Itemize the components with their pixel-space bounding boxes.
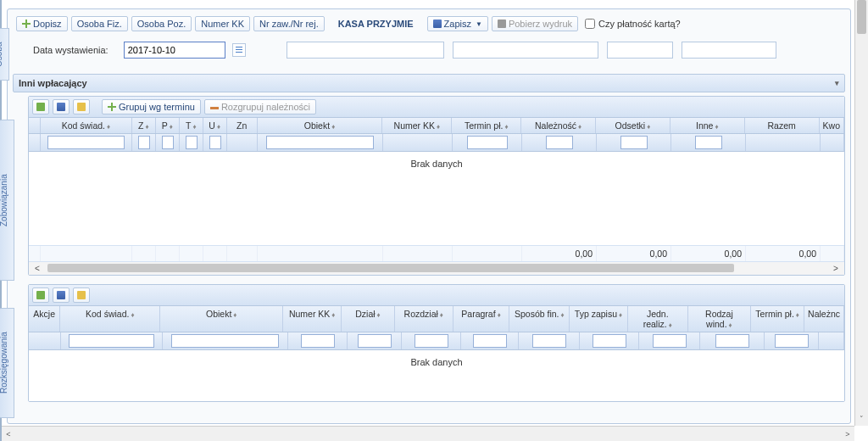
side-tab-osoba[interactable]: Osoba bbox=[0, 28, 9, 81]
filter2-rodzaj[interactable] bbox=[715, 334, 749, 348]
side-tab-zobowiazania[interactable]: Zobowiązania bbox=[0, 120, 14, 281]
col2-kod-swiad[interactable]: Kod świad.♦ bbox=[60, 306, 160, 332]
osoba-poz-button[interactable]: Osoba Poz. bbox=[131, 16, 192, 31]
filter2-dzial[interactable] bbox=[358, 334, 392, 348]
panel2-btn1[interactable] bbox=[32, 287, 49, 303]
filter-inne[interactable] bbox=[695, 136, 722, 149]
panel2-toolbar bbox=[29, 285, 844, 306]
grid1-header: Kod świad.♦ Z♦ P♦ T♦ U♦ Zn Obiekt♦ Numer… bbox=[29, 118, 844, 134]
col2-akcje[interactable]: Akcje bbox=[29, 306, 60, 332]
total-odsetki: 0,00 bbox=[597, 246, 671, 261]
print-icon bbox=[498, 20, 506, 28]
tag-icon bbox=[77, 103, 86, 111]
filter2-typ[interactable] bbox=[593, 334, 626, 348]
col-termin[interactable]: Termin pł.♦ bbox=[452, 118, 521, 133]
pobierz-label: Pobierz wydruk bbox=[509, 19, 572, 29]
filter2-paragraf[interactable] bbox=[473, 334, 507, 348]
tag-icon bbox=[77, 291, 86, 299]
col2-termin[interactable]: Termin pł.♦ bbox=[751, 306, 804, 332]
hscroll[interactable]: < > bbox=[2, 426, 854, 441]
col-u[interactable]: U♦ bbox=[203, 118, 227, 133]
field-1[interactable] bbox=[287, 42, 444, 59]
col2-numer-kk[interactable]: Numer KK♦ bbox=[283, 306, 342, 332]
filter2-kk[interactable] bbox=[301, 334, 335, 348]
filter-naleznosc[interactable] bbox=[546, 136, 573, 149]
vscroll-thumb[interactable] bbox=[857, 0, 866, 34]
calendar-icon[interactable] bbox=[232, 43, 246, 57]
rozgrupuj-button[interactable]: Rozgrupuj należności bbox=[204, 99, 316, 114]
col2-obiekt[interactable]: Obiekt♦ bbox=[160, 306, 283, 332]
nr-zaw-rej-button[interactable]: Nr zaw./Nr rej. bbox=[253, 16, 325, 31]
filter-obiekt[interactable] bbox=[266, 136, 374, 149]
filter-z[interactable] bbox=[138, 136, 150, 149]
osoba-fiz-button[interactable]: Osoba Fiz. bbox=[71, 16, 128, 31]
filter2-obiekt[interactable] bbox=[171, 334, 279, 348]
filter2-kod[interactable] bbox=[69, 334, 155, 348]
col-t[interactable]: T♦ bbox=[180, 118, 203, 133]
scroll-down-icon[interactable]: ˅ bbox=[855, 412, 868, 426]
disk-icon bbox=[57, 291, 65, 299]
zapisz-label: Zapisz bbox=[444, 19, 471, 29]
panel1-btn1[interactable] bbox=[32, 99, 49, 114]
col2-sposob-fin[interactable]: Sposób fin.♦ bbox=[509, 306, 570, 332]
col-inne[interactable]: Inne♦ bbox=[670, 118, 745, 133]
panel1-btn3[interactable] bbox=[73, 99, 90, 114]
filter2-jedn[interactable] bbox=[653, 334, 687, 348]
col-p[interactable]: P♦ bbox=[156, 118, 180, 133]
platnosc-karta-group: Czy płatność kartą? bbox=[585, 19, 681, 29]
filter-kod[interactable] bbox=[47, 136, 125, 149]
field-4[interactable] bbox=[682, 42, 776, 59]
filter2-termin[interactable] bbox=[775, 334, 809, 348]
col2-rozdzial[interactable]: Rozdział♦ bbox=[395, 306, 453, 332]
total-naleznosc: 0,00 bbox=[522, 246, 597, 261]
col2-naleznosc[interactable]: Należnc bbox=[804, 306, 844, 332]
col-naleznosc[interactable]: Należność♦ bbox=[521, 118, 596, 133]
filter-termin[interactable] bbox=[467, 136, 508, 149]
field-2[interactable] bbox=[453, 42, 598, 59]
grid1-hscroll[interactable]: < > bbox=[29, 261, 844, 275]
filter-u[interactable] bbox=[209, 136, 221, 149]
filter-t[interactable] bbox=[186, 136, 198, 149]
panel1-toolbar: Grupuj wg terminu Rozgrupuj należności bbox=[29, 97, 844, 118]
scroll-left-icon[interactable]: < bbox=[2, 427, 15, 441]
col-z[interactable]: Z♦ bbox=[132, 118, 156, 133]
side-tab-rozksiegowania[interactable]: Rozksięgowania bbox=[0, 308, 14, 418]
date-input[interactable] bbox=[124, 42, 225, 59]
col-obiekt[interactable]: Obiekt♦ bbox=[258, 118, 383, 133]
col2-dzial[interactable]: Dział♦ bbox=[342, 306, 395, 332]
col2-jedn-realiz[interactable]: Jedn. realiz.♦ bbox=[628, 306, 688, 332]
col-kod-swiad[interactable]: Kod świad.♦ bbox=[41, 118, 132, 133]
filter2-sposob[interactable] bbox=[532, 334, 566, 348]
zapisz-button[interactable]: Zapisz▼ bbox=[427, 16, 488, 31]
numer-kk-button[interactable]: Numer KK bbox=[195, 16, 250, 31]
section-header-inni[interactable]: Inni wpłacający ▾ bbox=[13, 74, 845, 92]
field-3[interactable] bbox=[607, 42, 673, 59]
col-odsetki[interactable]: Odsetki♦ bbox=[596, 118, 670, 133]
pobierz-wydruk-button[interactable]: Pobierz wydruk bbox=[492, 16, 578, 31]
col-razem[interactable]: Razem bbox=[745, 118, 820, 133]
grupuj-button[interactable]: Grupuj wg terminu bbox=[102, 99, 201, 114]
filter2-rozdzial[interactable] bbox=[415, 334, 448, 348]
scroll-left-icon[interactable]: < bbox=[31, 262, 44, 276]
panel2-btn2[interactable] bbox=[53, 287, 70, 303]
col2-paragraf[interactable]: Paragraf♦ bbox=[453, 306, 510, 332]
collapse-icon[interactable]: ▾ bbox=[835, 79, 839, 87]
filter-odsetki[interactable] bbox=[620, 136, 648, 149]
scroll-right-icon[interactable]: > bbox=[829, 262, 843, 276]
disk-icon bbox=[433, 20, 442, 28]
platnosc-karta-checkbox[interactable] bbox=[585, 19, 595, 29]
filter-p[interactable] bbox=[162, 136, 174, 149]
dopisz-button[interactable]: Dopisz bbox=[16, 16, 68, 31]
col2-typ-zapisu[interactable]: Typ zapisu♦ bbox=[570, 306, 628, 332]
grid2-filter bbox=[29, 332, 844, 350]
panel-rozksiegowania: Akcje Kod świad.♦ Obiekt♦ Numer KK♦ Dzia… bbox=[28, 284, 845, 402]
panel2-btn3[interactable] bbox=[73, 287, 90, 303]
vscroll[interactable]: ˄ ˅ bbox=[854, 0, 868, 426]
panel1-btn2[interactable] bbox=[53, 99, 70, 114]
col-kwota[interactable]: Kwo bbox=[820, 118, 844, 133]
col-numer-kk[interactable]: Numer KK♦ bbox=[382, 118, 452, 133]
scroll-right-icon[interactable]: > bbox=[841, 427, 854, 441]
col-zn[interactable]: Zn bbox=[227, 118, 258, 133]
col2-rodzaj-wind[interactable]: Rodzaj wind.♦ bbox=[688, 306, 752, 332]
scroll-thumb[interactable] bbox=[47, 264, 734, 272]
